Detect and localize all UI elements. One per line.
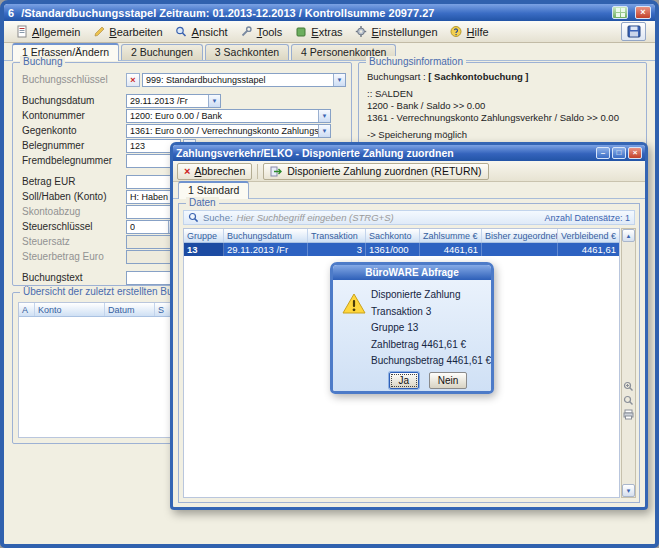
- dialog-titlebar[interactable]: Zahlungsverkehr/ELKO - Disponierte Zahlu…: [173, 145, 645, 161]
- messagebox-line: Transaktion 3: [371, 306, 485, 317]
- dialog-close-button[interactable]: ×: [628, 147, 642, 159]
- steuerschluessel-label: Steuerschlüssel: [22, 221, 126, 232]
- search-input[interactable]: Suche: Hier Suchbegriff eingeben (STRG+S…: [183, 210, 635, 225]
- messagebox-body: Disponierte Zahlung Transaktion 3 Gruppe…: [333, 280, 491, 391]
- cube-icon: [294, 25, 307, 38]
- window-number: 6: [8, 7, 14, 19]
- tab-buchungen[interactable]: 2 Buchungen: [121, 44, 203, 60]
- search-label: Suche:: [203, 212, 233, 223]
- salden-header: :: SALDEN: [367, 88, 641, 100]
- zoom-icon[interactable]: [623, 395, 634, 406]
- column-header[interactable]: Konto: [35, 303, 105, 316]
- cell-gruppe: 13: [184, 243, 224, 256]
- cell-buchungsdatum: 29.11.2013 /Fr: [224, 243, 308, 256]
- clear-icon: ×: [130, 75, 135, 85]
- messagebox-title: BüroWARE Abfrage: [333, 265, 491, 280]
- chevron-down-icon: ▼: [333, 74, 345, 86]
- column-header[interactable]: Sachkonto: [366, 229, 420, 242]
- wrench-icon: [240, 25, 253, 38]
- column-header[interactable]: A: [19, 303, 35, 316]
- menu-hilfe[interactable]: Hilfe: [444, 23, 495, 40]
- scroll-up-button[interactable]: ▲: [622, 229, 635, 242]
- buchung-legend: Buchung: [20, 56, 65, 67]
- titlebar[interactable]: 6 /Standardbuchungsstapel Zeitraum: 01.2…: [4, 4, 655, 21]
- grid-icon: [616, 8, 625, 17]
- buchungsschluessel-label: Buchungsschlüssel: [22, 74, 126, 85]
- menubar: Allgemein Bearbeiten Ansicht Tools Extra…: [4, 21, 655, 43]
- scroll-down-button[interactable]: ▼: [622, 484, 635, 497]
- main-window: 6 /Standardbuchungsstapel Zeitraum: 01.2…: [0, 0, 659, 548]
- ja-button[interactable]: Ja: [389, 372, 419, 389]
- tab-sachkonten[interactable]: 3 Sachkonten: [205, 44, 289, 60]
- fremdbelegnummer-label: Fremdbelegnummer: [22, 155, 126, 166]
- buchungsdatum-select[interactable]: 29.11.2013 /Fr ▼: [126, 94, 221, 108]
- maximize-icon: □: [617, 149, 622, 157]
- nein-button[interactable]: Nein: [429, 372, 468, 389]
- save-button[interactable]: [621, 22, 646, 41]
- buchungstext-label: Buchungstext: [22, 272, 126, 283]
- close-icon: ×: [640, 8, 645, 17]
- vertical-scrollbar[interactable]: ▲ ▼: [621, 228, 636, 498]
- table-row[interactable]: 13 29.11.2013 /Fr 3 1361/000 4461,61 446…: [184, 243, 619, 256]
- cancel-icon: ×: [184, 165, 190, 177]
- steuersatz-label: Steuersatz: [22, 236, 126, 247]
- gegenkonto-select[interactable]: 1361: Euro 0.00 / Verrechnungskonto Zahl…: [126, 124, 331, 138]
- dialog-maximize-button[interactable]: □: [612, 147, 626, 159]
- column-header[interactable]: Bisher zugeordnet: [482, 229, 558, 242]
- column-header[interactable]: Datum: [105, 303, 155, 316]
- warning-icon: [342, 293, 366, 318]
- gegenkonto-label: Gegenkonto: [22, 125, 126, 136]
- kontonummer-select[interactable]: 1200: Euro 0.00 / Bank ▼: [126, 109, 331, 123]
- cell-transaktion: 3: [308, 243, 366, 256]
- saldo-line: 1200 - Bank / Saldo >> 0.00: [367, 100, 641, 112]
- column-header[interactable]: Gruppe: [184, 229, 224, 242]
- menu-allgemein[interactable]: Allgemein: [9, 23, 86, 40]
- buchungsinformation-text: Buchungsart : [ Sachkontobuchung ] :: SA…: [367, 71, 641, 141]
- sollhaben-label: Soll/Haben (Konto): [22, 191, 126, 202]
- buchungsart-value: [ Sachkontobuchung ]: [428, 71, 528, 82]
- column-header[interactable]: Buchungsdatum: [224, 229, 308, 242]
- messagebox-line: Gruppe 13: [371, 322, 485, 333]
- window-menu-button[interactable]: [612, 6, 628, 19]
- status-line: -> Speicherung möglich: [367, 129, 641, 141]
- save-icon: [627, 25, 641, 38]
- buchungsinformation-group: Buchungsinformation Buchungsart : [ Sach…: [358, 62, 647, 146]
- menu-bearbeiten[interactable]: Bearbeiten: [86, 23, 168, 40]
- column-header[interactable]: Zahlsumme €: [420, 229, 482, 242]
- pencil-icon: [92, 25, 105, 38]
- messagebox-buttons: Ja Nein: [371, 372, 485, 389]
- document-icon: [15, 25, 28, 38]
- gear-icon: [355, 25, 368, 38]
- chevron-down-icon: ▼: [318, 125, 330, 137]
- dialog-title: Zahlungsverkehr/ELKO - Disponierte Zahlu…: [176, 147, 594, 159]
- printer-icon[interactable]: [623, 409, 634, 420]
- dialog-minimize-button[interactable]: –: [596, 147, 610, 159]
- daten-legend: Daten: [186, 197, 219, 208]
- arrow-down-icon: ▼: [626, 488, 632, 494]
- close-button[interactable]: ×: [635, 6, 651, 19]
- window-title: /Standardbuchungsstapel Zeitraum: 01.201…: [21, 7, 605, 19]
- menu-ansicht[interactable]: Ansicht: [169, 23, 234, 40]
- column-header[interactable]: Transaktion: [308, 229, 366, 242]
- column-header[interactable]: Verbleibend €: [558, 229, 619, 242]
- buchungsdatum-label: Buchungsdatum: [22, 95, 126, 106]
- menu-tools[interactable]: Tools: [234, 23, 289, 40]
- belegnummer-label: Belegnummer: [22, 140, 126, 151]
- zoom-in-icon[interactable]: [623, 381, 634, 392]
- table-header-row: Gruppe Buchungsdatum Transaktion Sachkon…: [184, 229, 619, 243]
- magnifier-icon: [175, 25, 188, 38]
- zuordnen-button[interactable]: Disponierte Zahlung zuordnen (RETURN): [263, 163, 488, 180]
- chevron-down-icon: ▼: [208, 95, 220, 107]
- clear-field-button[interactable]: ×: [126, 73, 140, 87]
- buchungsschluessel-select[interactable]: 999: Standardbuchungsstapel ▼: [142, 73, 346, 87]
- menu-einstellungen[interactable]: Einstellungen: [349, 23, 444, 40]
- menu-extras[interactable]: Extras: [288, 23, 348, 40]
- cell-sachkonto: 1361/000: [366, 243, 420, 256]
- search-icon: [188, 212, 199, 223]
- column-header[interactable]: S: [155, 303, 171, 316]
- side-tool-icons: [623, 381, 634, 420]
- toolbar-separator: [257, 164, 258, 179]
- record-count: Anzahl Datensätze: 1: [544, 213, 630, 223]
- cell-zahlsumme: 4461,61: [420, 243, 482, 256]
- abbrechen-button[interactable]: × Abbrechen: [177, 163, 252, 180]
